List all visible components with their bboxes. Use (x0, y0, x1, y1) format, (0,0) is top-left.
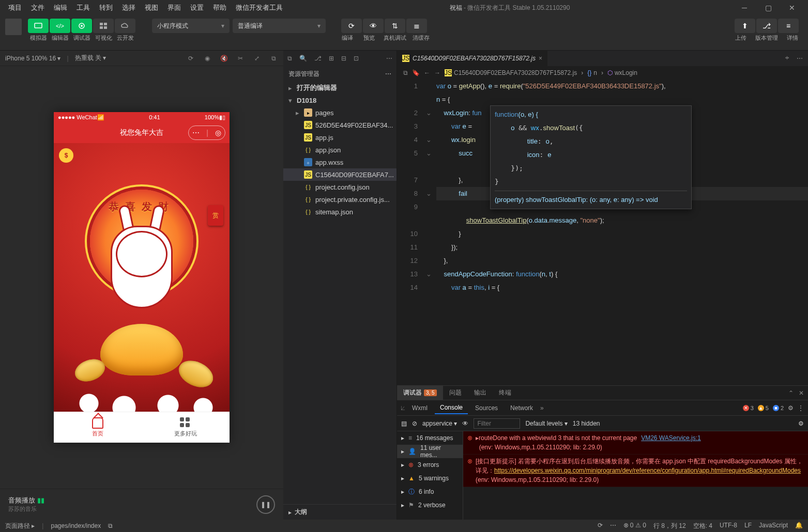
copy-path-icon[interactable]: ⧉ (108, 522, 113, 529)
file-app.wxss[interactable]: ⬨app.wxss (283, 156, 397, 168)
status-more-icon[interactable]: ⋯ (610, 522, 616, 530)
log-levels-select[interactable]: Default levels ▾ (525, 420, 567, 427)
console-filter-err[interactable]: ▸⊗3 errors (397, 458, 463, 472)
explorer-more-icon[interactable]: ⋯ (385, 70, 391, 77)
red-packet-icon[interactable] (208, 205, 223, 226)
live-expr-icon[interactable]: 👁 (462, 420, 468, 427)
window-maximize-button[interactable]: ▢ (756, 0, 780, 15)
console-filter-user[interactable]: ▸👤11 user mes... (397, 445, 463, 458)
file-project.config.json[interactable]: { }project.config.json (283, 181, 397, 193)
tab-problems[interactable]: 问题 (443, 386, 468, 400)
sim-rotate-icon[interactable]: ⤢ (252, 55, 262, 62)
explorer-git-icon[interactable]: ⎇ (314, 55, 322, 62)
console-clear-icon[interactable]: ⊘ (412, 420, 417, 427)
devtab-network[interactable]: Network (505, 402, 538, 414)
editor-toggle-button[interactable]: </> (50, 19, 70, 33)
sim-float-icon[interactable]: ⧉ (269, 55, 278, 62)
bell-icon[interactable]: 🔔 (795, 522, 803, 530)
code-editor[interactable]: 123457891011121314 ⌄⌄⌄⌄⌄ var o = getApp(… (397, 80, 808, 385)
sim-mute-icon[interactable]: 🔇 (219, 55, 228, 62)
console-settings-icon[interactable]: ⚙ (798, 420, 804, 427)
device-select[interactable]: iPhone 5 100% 16 ▾ (5, 55, 60, 62)
explorer-files-icon[interactable]: ⧉ (287, 55, 292, 62)
menu-settings[interactable]: 设置 (186, 1, 208, 14)
page-path-label[interactable]: 页面路径 ▸ (5, 522, 35, 530)
version-control-button[interactable]: ⎇ (756, 19, 777, 33)
tab-more[interactable]: 更多好玩 (142, 412, 230, 443)
indent-info[interactable]: 空格: 4 (693, 522, 712, 530)
remote-debug-button[interactable]: ⇅ (385, 19, 405, 33)
docs-link[interactable]: https://developers.weixin.qq.com/minipro… (494, 467, 801, 474)
corner-badge[interactable]: $ (59, 148, 73, 163)
menu-help[interactable]: 帮助 (209, 1, 231, 14)
editor-breadcrumb[interactable]: ⧉ 🔖 ← → JSC15640D09F02EBAFA73028D767F158… (397, 66, 808, 80)
explorer-search-icon[interactable]: 🔍 (299, 55, 307, 62)
console-sidebar-icon[interactable]: ▤ (401, 420, 407, 427)
sim-refresh-icon[interactable]: ⟳ (186, 55, 195, 62)
hotreload-toggle[interactable]: 热重载 关 ▾ (75, 54, 106, 62)
bookmark-icon[interactable]: ⧉ (403, 69, 408, 76)
user-avatar[interactable] (5, 19, 22, 35)
upload-button[interactable]: ⬆ (735, 19, 755, 33)
menu-file[interactable]: 文件 (27, 1, 49, 14)
cloud-dev-button[interactable] (115, 19, 135, 33)
section-open-editors[interactable]: ▸打开的编辑器 (283, 82, 397, 94)
eol-info[interactable]: LF (744, 522, 752, 530)
panel-up-icon[interactable]: ⌃ (788, 389, 794, 397)
file-526D5E449F02EBAF34...[interactable]: JS526D5E449F02EBAF34... (283, 119, 397, 131)
file-app.json[interactable]: { }app.json (283, 144, 397, 156)
menu-select[interactable]: 选择 (118, 1, 140, 14)
explorer-ext3-icon[interactable]: ⊡ (354, 55, 359, 62)
visual-toggle-button[interactable] (93, 19, 114, 33)
file-C15640D09F02EBAFA7...[interactable]: JSC15640D09F02EBAFA7... (283, 168, 397, 181)
capsule-menu[interactable]: ⋯|◎ (188, 126, 225, 140)
clear-cache-button[interactable]: ≣ (406, 19, 427, 33)
nav-fwd-icon[interactable]: → (434, 69, 440, 76)
file-pages[interactable]: ▸▸pages (283, 106, 397, 119)
console-log[interactable]: ⊗ ▸routeDone with a webviewId 3 that is … (463, 431, 808, 520)
tab-debugger[interactable]: 调试器3, 5 (397, 386, 443, 400)
panel-close-icon[interactable]: ✕ (799, 389, 804, 397)
editor-more-icon[interactable]: ⋯ (797, 55, 803, 62)
console-filter-info[interactable]: ▸ⓘ6 info (397, 485, 463, 498)
devtab-console[interactable]: Console (435, 402, 468, 414)
devtab-more-icon[interactable]: » (540, 404, 544, 412)
hidden-count[interactable]: 13 hidden (573, 420, 600, 427)
console-error-entry[interactable]: ⊗ [接口更新提示] 若需要小程序在退到后台后继续播放音频，你需要在 app.j… (463, 455, 808, 487)
simulator-toggle-button[interactable] (28, 19, 49, 33)
console-filter-input[interactable] (474, 418, 520, 429)
menu-view[interactable]: 视图 (141, 1, 162, 14)
explorer-ext1-icon[interactable]: ⊞ (329, 55, 334, 62)
menu-project[interactable]: 项目 (4, 1, 26, 14)
menu-ui[interactable]: 界面 (163, 1, 185, 14)
explorer-ext2-icon[interactable]: ⊟ (341, 55, 346, 62)
devtab-wxml[interactable]: Wxml (407, 402, 433, 414)
section-outline[interactable]: ▸大纲 (283, 504, 397, 520)
window-close-button[interactable]: ✕ (780, 0, 804, 15)
inspect-icon[interactable]: ⟀ (401, 404, 405, 412)
console-filter-verbose[interactable]: ▸⚑2 verbose (397, 498, 463, 512)
menu-wxdevtools[interactable]: 微信开发者工具 (232, 1, 287, 14)
file-sitemap.json[interactable]: { }sitemap.json (283, 206, 397, 218)
section-root[interactable]: ▾D1018 (283, 94, 397, 106)
sim-cut-icon[interactable]: ✂ (236, 55, 245, 62)
menu-edit[interactable]: 编辑 (50, 1, 71, 14)
menu-tools[interactable]: 工具 (72, 1, 94, 14)
audio-pause-button[interactable]: ❚❚ (256, 495, 275, 514)
menu-goto[interactable]: 转到 (95, 1, 117, 14)
bookmark2-icon[interactable]: 🔖 (412, 69, 420, 76)
file-project.private.config.js...[interactable]: { }project.private.config.js... (283, 193, 397, 206)
file-app.js[interactable]: JSapp.js (283, 131, 397, 144)
encoding-info[interactable]: UTF-8 (720, 522, 737, 530)
nav-back-icon[interactable]: ← (424, 69, 430, 76)
explorer-collapse-icon[interactable]: ⋯ (386, 55, 392, 62)
mode-select[interactable]: 小程序模式▾ (152, 19, 230, 33)
phone-page-content[interactable]: $ 恭喜发财 (54, 143, 230, 412)
devtools-more-icon[interactable]: ⋮ (798, 404, 804, 412)
tab-home[interactable]: 首页 (54, 412, 142, 443)
debugger-toggle-button[interactable] (71, 19, 92, 33)
page-path[interactable]: pages/index/index (51, 522, 101, 529)
split-editor-icon[interactable]: ⫩ (784, 55, 790, 62)
console-filter-list[interactable]: ▸≡16 messages (397, 431, 463, 445)
devtab-sources[interactable]: Sources (470, 402, 503, 414)
